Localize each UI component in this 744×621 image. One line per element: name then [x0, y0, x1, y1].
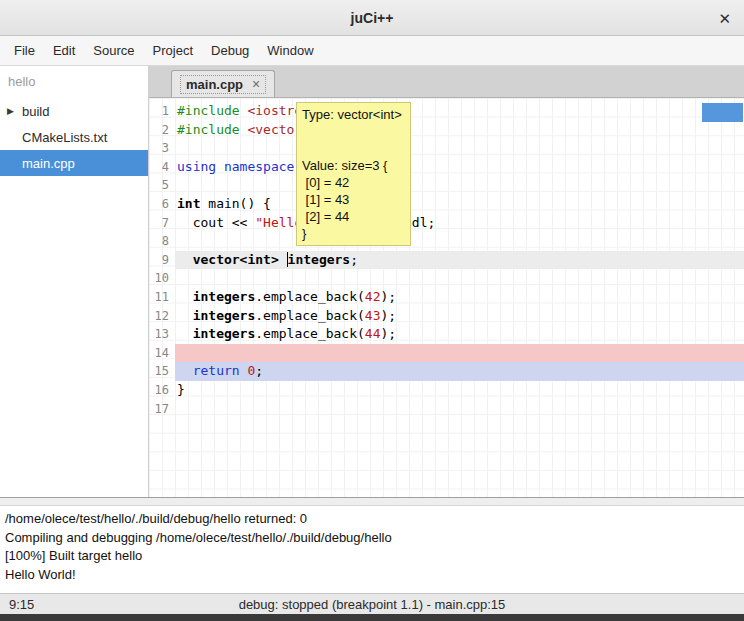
line-number[interactable]: 13	[149, 325, 175, 344]
code-line-1[interactable]: 1#include <iostream>	[149, 102, 744, 121]
code-text	[175, 400, 744, 419]
tooltip-line	[302, 140, 405, 157]
token	[279, 252, 287, 267]
code-text: #include <iostream>	[175, 102, 744, 121]
sidebar-item-cmakelists-txt[interactable]: CMakeLists.txt	[0, 124, 148, 150]
code-text: int main() {	[175, 195, 744, 214]
line-number[interactable]: 14	[149, 344, 175, 363]
code-line-16[interactable]: 16}	[149, 381, 744, 400]
output-line: [100%] Built target hello	[5, 547, 739, 566]
token: #include	[177, 103, 240, 118]
token: integers	[288, 252, 351, 267]
output-line: Hello World!	[5, 566, 739, 585]
sidebar-item-build[interactable]: ▶build	[0, 98, 148, 124]
tab-inner: main.cpp×	[180, 75, 266, 94]
token	[177, 289, 193, 304]
menu-item-debug[interactable]: Debug	[202, 38, 258, 63]
line-number[interactable]: 17	[149, 400, 175, 419]
bottom-edge	[0, 614, 744, 621]
line-number[interactable]: 5	[149, 176, 175, 195]
token: integers	[193, 308, 256, 323]
code-line-15[interactable]: 15 return 0;	[149, 362, 744, 381]
token: using namespace	[177, 159, 294, 174]
token: ;	[350, 252, 358, 267]
tab-label: main.cpp	[186, 77, 243, 92]
code-line-11[interactable]: 11 integers.emplace_back(42);	[149, 288, 744, 307]
status-bar: debug: stopped (breakpoint 1.1) - main.c…	[0, 593, 744, 614]
menu-bar: FileEditSourceProjectDebugWindow	[0, 36, 744, 66]
token: integers	[193, 326, 256, 341]
line-number[interactable]: 15	[149, 362, 175, 381]
code-text	[175, 232, 744, 251]
token: .emplace_back(	[255, 326, 365, 341]
token: int	[177, 196, 200, 211]
code-line-14[interactable]: 14	[149, 344, 744, 363]
main-area: hello ▶buildCMakeLists.txtmain.cpp main.…	[0, 66, 744, 497]
token: integers	[193, 289, 256, 304]
expander-icon[interactable]: ▶	[7, 106, 22, 116]
line-number[interactable]: 3	[149, 139, 175, 158]
line-number[interactable]: 2	[149, 121, 175, 140]
token: 44	[365, 326, 381, 341]
menu-item-file[interactable]: File	[5, 38, 44, 63]
menu-item-source[interactable]: Source	[84, 38, 143, 63]
tab-close-icon[interactable]: ×	[252, 77, 260, 91]
sidebar-item-main-cpp[interactable]: main.cpp	[0, 150, 148, 176]
code-line-9[interactable]: 9 vector<int> integers;	[149, 251, 744, 270]
window-title: juCi++	[351, 10, 394, 26]
line-number[interactable]: 11	[149, 288, 175, 307]
code-line-17[interactable]: 17	[149, 400, 744, 419]
token: vector<int>	[193, 252, 279, 267]
code-text	[175, 176, 744, 195]
code-line-2[interactable]: 2#include <vector>	[149, 121, 744, 140]
line-number[interactable]: 7	[149, 214, 175, 233]
line-number[interactable]: 12	[149, 307, 175, 326]
scrollbar-thumb[interactable]	[702, 103, 743, 122]
code-line-12[interactable]: 12 integers.emplace_back(43);	[149, 307, 744, 326]
code-line-3[interactable]: 3	[149, 139, 744, 158]
output-panel[interactable]: /home/olece/test/hello/./build/debug/hel…	[0, 506, 744, 593]
tooltip-line: Value: size=3 {	[302, 157, 405, 174]
code-text: cout << "Hello World!" << endl;	[175, 214, 744, 233]
token: main() {	[200, 196, 270, 211]
token: 42	[365, 289, 381, 304]
code-text: integers.emplace_back(44);	[175, 325, 744, 344]
debug-tooltip: Type: vector<int> Value: size=3 { [0] = …	[296, 102, 411, 246]
line-number[interactable]: 4	[149, 158, 175, 177]
code-line-8[interactable]: 8	[149, 232, 744, 251]
code-line-10[interactable]: 10	[149, 269, 744, 288]
output-line: Compiling and debugging /home/olece/test…	[5, 529, 739, 548]
line-number[interactable]: 8	[149, 232, 175, 251]
code-line-5[interactable]: 5	[149, 176, 744, 195]
line-number[interactable]: 1	[149, 102, 175, 121]
code-text: using namespace std;	[175, 158, 744, 177]
code-area[interactable]: 1#include <iostream>2#include <vector>34…	[149, 98, 744, 497]
token	[177, 308, 193, 323]
tree-item-label: CMakeLists.txt	[22, 130, 107, 145]
line-number[interactable]: 6	[149, 195, 175, 214]
close-icon[interactable]: ✕	[718, 10, 731, 25]
token: }	[177, 382, 185, 397]
code-line-6[interactable]: 6int main() {	[149, 195, 744, 214]
tooltip-line: [0] = 42	[302, 174, 405, 191]
line-number[interactable]: 9	[149, 251, 175, 270]
pane-splitter[interactable]	[0, 497, 744, 506]
menu-item-edit[interactable]: Edit	[44, 38, 84, 63]
tab-main-cpp[interactable]: main.cpp×	[171, 70, 275, 97]
code-text: return 0;	[175, 362, 744, 381]
menu-item-project[interactable]: Project	[144, 38, 202, 63]
line-number[interactable]: 10	[149, 269, 175, 288]
code-line-4[interactable]: 4using namespace std;	[149, 158, 744, 177]
editor-column: main.cpp× 1#include <iostream>2#include …	[149, 66, 744, 497]
code-text	[175, 139, 744, 158]
token: 43	[365, 308, 381, 323]
code-line-13[interactable]: 13 integers.emplace_back(44);	[149, 325, 744, 344]
code-text: integers.emplace_back(43);	[175, 307, 744, 326]
code-text	[175, 269, 744, 288]
code-line-7[interactable]: 7 cout << "Hello World!" << endl;	[149, 214, 744, 233]
menu-item-window[interactable]: Window	[258, 38, 322, 63]
line-number[interactable]: 16	[149, 381, 175, 400]
tab-bar: main.cpp×	[149, 66, 744, 98]
title-bar[interactable]: juCi++ ✕	[0, 0, 744, 36]
app-window: juCi++ ✕ FileEditSourceProjectDebugWindo…	[0, 0, 744, 621]
